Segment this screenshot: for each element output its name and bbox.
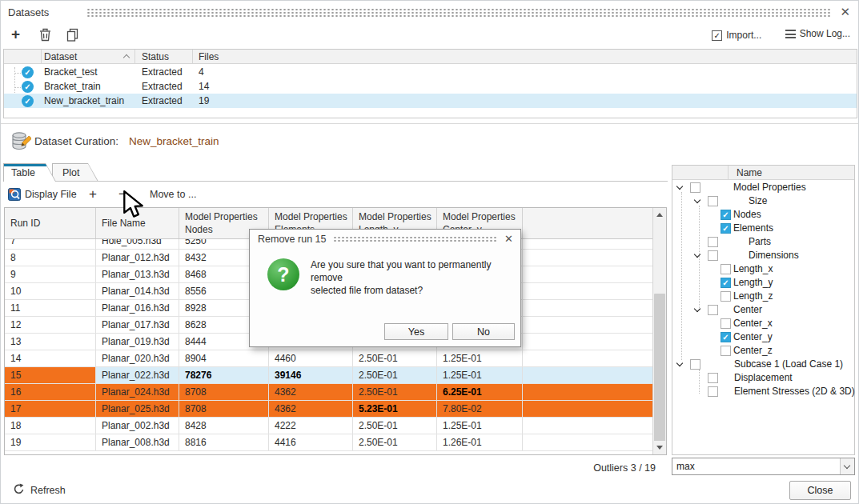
tree-item-length-x[interactable]: Length_x (672, 262, 854, 276)
display-file-button[interactable]: Display File (25, 189, 77, 200)
tree-item-length-y[interactable]: ✓ Length_y (672, 276, 854, 290)
column-header-dataset[interactable]: Dataset (44, 51, 77, 62)
no-button[interactable]: No (452, 323, 515, 340)
extracted-check-icon: ✓ (22, 81, 34, 93)
checkbox-checked[interactable]: ✓ (721, 210, 731, 220)
mouse-pointer-icon (122, 190, 147, 222)
checkbox[interactable] (708, 250, 718, 261)
checkbox-checked[interactable]: ✓ (721, 332, 731, 342)
move-to-button[interactable]: Move to ... (150, 189, 196, 200)
tree-item-center-z[interactable]: Center_z (672, 344, 854, 358)
checkbox[interactable] (708, 373, 718, 383)
column-run-id[interactable]: Run ID (5, 208, 96, 238)
delete-dataset-icon[interactable] (39, 28, 51, 45)
table-row-selected-outlier[interactable]: 15 Planar_022.h3d 78276 39146 2.50E-01 1… (5, 367, 652, 384)
checkbox[interactable] (721, 291, 731, 302)
tree-item-length-z[interactable]: Length_z (672, 290, 854, 303)
close-button[interactable]: Close (789, 481, 851, 500)
tab-table[interactable]: Table (3, 163, 56, 182)
table-row[interactable]: 14 Planar_020.h3d 8904 4460 2.50E-01 1.2… (5, 350, 652, 367)
checkbox-checked[interactable]: ✓ (721, 278, 731, 288)
tree-item-subcase-1[interactable]: Subcase 1 (Load Case 1) (672, 358, 854, 371)
scrollbar-thumb[interactable] (654, 294, 665, 442)
dataset-list: Dataset Status Files ✓ Bracket_test Extr… (3, 49, 857, 118)
refresh-icon (14, 483, 25, 498)
tree-item-center-y[interactable]: ✓ Center_y (672, 330, 854, 344)
extracted-check-icon: ✓ (22, 66, 34, 78)
close-icon[interactable]: ✕ (840, 5, 850, 19)
tabstrip-line (3, 181, 668, 182)
scroll-down-button[interactable] (653, 441, 666, 454)
duplicate-dataset-icon[interactable] (66, 28, 79, 45)
table-row-outlier[interactable]: 16 Planar_024.h3d 8708 4362 2.50E-01 6.2… (5, 384, 652, 401)
add-run-button[interactable]: + (89, 186, 97, 202)
checkbox[interactable] (708, 196, 718, 206)
tab-plot[interactable]: Plot (52, 163, 98, 182)
tree-item-displacement[interactable]: Displacement (672, 371, 854, 385)
curation-dataset-name: New_bracket_train (129, 135, 219, 147)
show-log-button[interactable]: Show Log... (785, 28, 850, 39)
tree-item-nodes[interactable]: ✓ Nodes (672, 208, 854, 222)
checkbox[interactable] (708, 237, 718, 247)
dataset-list-header[interactable]: Dataset Status Files (4, 50, 857, 64)
datasets-window: Datasets ✕ + ✓ Import... Show Log... (0, 0, 859, 504)
dialog-drag-dots[interactable] (333, 236, 497, 242)
dataset-row-selected[interactable]: ✓ New_bracket_train Extracted 19 (4, 94, 857, 108)
dataset-row[interactable]: ✓ Bracket_test Extracted 4 (4, 65, 857, 79)
properties-tree-panel: Name Model Properties Size ✓ Nodes ✓ (672, 165, 855, 455)
add-dataset-button[interactable]: + (11, 26, 20, 43)
checkbox[interactable] (708, 386, 718, 397)
dataset-row[interactable]: ✓ Bracket_train Extracted 14 (4, 79, 857, 94)
tree-item-elements[interactable]: ✓ Elements (672, 222, 854, 235)
titlebar: Datasets ✕ (1, 1, 858, 23)
tree-item-dimensions[interactable]: Dimensions (672, 249, 854, 262)
datasets-toolbar: + ✓ Import... Show Log... (1, 23, 858, 47)
tree-body: Model Properties Size ✓ Nodes ✓ Elements… (672, 181, 854, 454)
checkbox[interactable] (721, 318, 731, 329)
table-row[interactable]: 18 Planar_002.h3d 8428 4222 2.50E-01 1.2… (5, 418, 652, 434)
yes-button[interactable]: Yes (384, 323, 448, 340)
dialog-title: Remove run 15 (258, 234, 326, 245)
dialog-titlebar: Remove run 15 ✕ (250, 230, 520, 250)
expander-icon[interactable] (694, 197, 700, 203)
table-row[interactable]: 19 Planar_008.h3d 8816 4416 2.50E-01 1.2… (5, 434, 652, 451)
tree-item-size[interactable]: Size (672, 194, 854, 208)
tree-item-model-properties[interactable]: Model Properties (672, 181, 854, 194)
tree-item-element-stresses[interactable]: Element Stresses (2D & 3D) (672, 385, 854, 398)
import-button[interactable]: ✓ Import... (712, 30, 761, 41)
curation-toolbar: Display File + − Move to ... (1, 184, 665, 206)
expander-icon[interactable] (676, 183, 683, 190)
checkbox-checked[interactable]: ✓ (721, 223, 731, 234)
dialog-close-icon[interactable]: ✕ (504, 233, 513, 245)
checkbox[interactable] (690, 359, 700, 370)
extracted-check-icon: ✓ (22, 95, 34, 107)
question-icon: ? (267, 258, 299, 290)
checkbox[interactable] (721, 264, 731, 274)
table-row-outlier[interactable]: 17 Planar_025.h3d 8708 4362 5.23E-01 7.8… (5, 401, 652, 418)
dataset-curation-icon (10, 130, 31, 156)
expander-icon[interactable] (694, 306, 700, 312)
scroll-up-button[interactable] (653, 208, 666, 222)
aggregation-select[interactable]: max (672, 458, 855, 475)
checkbox[interactable] (721, 346, 731, 356)
expander-icon[interactable] (676, 360, 683, 366)
dialog-message: Are you sure that you want to permanentl… (311, 258, 520, 297)
tree-item-center[interactable]: Center (672, 303, 854, 317)
drag-handle-dots[interactable] (86, 8, 831, 17)
tree-item-parts[interactable]: Parts (672, 235, 854, 249)
tree-header: Name (672, 166, 854, 180)
show-log-list-icon (785, 30, 796, 38)
chevron-down-icon[interactable] (840, 458, 854, 474)
tree-item-center-x[interactable]: Center_x (672, 317, 854, 330)
column-header-status[interactable]: Status (142, 51, 169, 62)
expander-icon[interactable] (694, 251, 700, 258)
remove-run-dialog: Remove run 15 ✕ ? Are you sure that you … (249, 229, 521, 347)
sort-asc-icon (123, 54, 130, 61)
curation-label: Dataset Curation: (34, 135, 118, 147)
column-header-files[interactable]: Files (199, 51, 219, 62)
checkbox[interactable] (708, 305, 718, 315)
splitter (1, 123, 858, 124)
checkbox[interactable] (690, 182, 700, 193)
refresh-button[interactable]: Refresh (14, 483, 66, 498)
table-scrollbar[interactable] (652, 208, 666, 454)
